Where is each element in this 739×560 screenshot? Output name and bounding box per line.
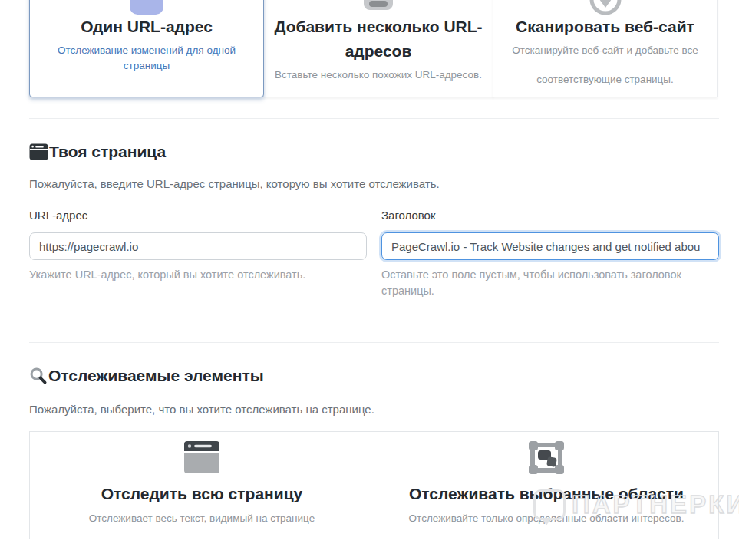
- plan-card-single-url[interactable]: Один URL-адрес Отслеживание изменений дл…: [29, 0, 264, 97]
- tracked-elements-heading: Отслеживаемые элементы: [29, 366, 264, 386]
- scan-website-icon: [589, 0, 622, 16]
- plan-card-title: Один URL-адрес: [30, 15, 263, 39]
- section-title: Отслеживаемые элементы: [48, 366, 264, 386]
- plan-card-multiple-urls[interactable]: Добавить несколько URL-адресов Вставьте …: [263, 0, 493, 97]
- option-subtitle: Отслеживает весь текст, видимый на стран…: [30, 512, 374, 525]
- section-divider: [29, 118, 719, 119]
- title-field-help: Оставьте это поле пустым, чтобы использо…: [381, 267, 705, 299]
- single-url-icon: [130, 0, 163, 15]
- your-page-heading: Твоя страница: [29, 142, 166, 162]
- option-card-selected-areas[interactable]: Отслеживать выбранные области Отслеживай…: [374, 431, 719, 539]
- your-page-intro: Пожалуйста, введите URL-адрес страницы, …: [29, 177, 440, 190]
- plan-card-subtitle: Отслеживание изменений для одной страниц…: [30, 43, 263, 74]
- add-page-form: Один URL-адрес Отслеживание изменений дл…: [0, 0, 739, 560]
- title-input[interactable]: [381, 232, 719, 260]
- plan-card-title: Сканировать веб-сайт: [493, 15, 717, 39]
- plan-card-subtitle: Вставьте несколько похожих URL-адресов.: [264, 68, 493, 83]
- plan-card-subtitle: Отсканируйте веб-сайт и добавьте все соо…: [493, 43, 717, 87]
- section-title: Твоя страница: [49, 142, 166, 162]
- url-input[interactable]: [29, 232, 367, 260]
- option-card-whole-page[interactable]: Отследить всю страницу Отслеживает весь …: [29, 431, 374, 539]
- tracked-elements-intro: Пожалуйста, выберите, что вы хотите отсл…: [29, 403, 374, 416]
- plan-type-cards: Один URL-адрес Отслеживание изменений дл…: [29, 0, 719, 97]
- title-field-label: Заголовок: [381, 208, 719, 223]
- browser-window-icon: [29, 143, 48, 160]
- option-title: Отслеживать выбранные области: [374, 483, 718, 506]
- url-field-label: URL-адрес: [29, 208, 367, 223]
- plan-card-scan-website[interactable]: Сканировать веб-сайт Отсканируйте веб-са…: [493, 0, 718, 97]
- tracking-option-cards: Отследить всю страницу Отслеживает весь …: [29, 431, 719, 539]
- whole-page-icon: [183, 441, 220, 473]
- option-title: Отследить всю страницу: [30, 483, 374, 506]
- magnifier-icon: [29, 367, 48, 385]
- plan-card-title: Добавить несколько URL-адресов: [264, 15, 493, 64]
- section-divider: [29, 342, 719, 343]
- page-fields: URL-адрес Укажите URL-адрес, который вы …: [29, 208, 719, 299]
- selected-areas-icon: [529, 441, 564, 475]
- option-subtitle: Отслеживайте только определенные области…: [374, 512, 718, 525]
- url-field-help: Укажите URL-адрес, который вы хотите отс…: [29, 267, 353, 283]
- multiple-urls-icon: [364, 0, 393, 10]
